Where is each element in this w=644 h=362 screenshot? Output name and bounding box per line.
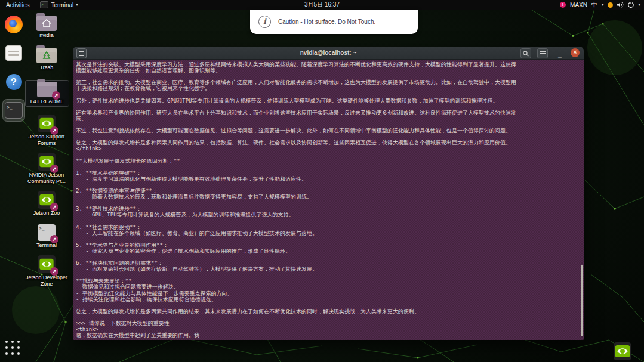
shortcut-arrow-icon: ➚	[50, 165, 58, 173]
firefox-icon	[5, 16, 23, 33]
terminal-window: nvidia@localhost: ~ _ × 其次是算法的突破。大模型采用深度…	[73, 47, 584, 340]
desktop-icon-label: Trash	[40, 64, 54, 71]
dock-item-firefox[interactable]	[2, 13, 25, 36]
dock: ? >_	[1, 13, 26, 122]
desktop-icon-label: NVIDIA Jetson Community Pr...	[25, 172, 68, 185]
info-icon: i	[258, 16, 271, 28]
terminal-scrollbar[interactable]	[580, 60, 583, 340]
system-menu-caret-icon: ▾	[638, 2, 640, 7]
desktop-icon-terminal[interactable]: >_ ➚ Terminal	[25, 224, 68, 249]
power-mode-label: MAXN	[570, 2, 587, 8]
desktop-icon-l4t-readme[interactable]: ➚ L4T README	[25, 80, 69, 107]
window-title: nvidia@localhost: ~	[300, 49, 357, 56]
chevron-down-icon: ▾	[76, 2, 78, 7]
desktop-icon-label: nvidia	[39, 32, 54, 39]
show-applications-button[interactable]	[5, 340, 20, 355]
terminal-app-icon: >_	[40, 1, 48, 8]
power-icon	[628, 2, 634, 8]
desktop-icon-label: Jetson Zoo	[33, 210, 60, 216]
notification-text: Caution - Hot surface. Do Not Touch.	[278, 18, 375, 25]
nvidia-wallpaper-logo	[614, 342, 631, 360]
terminal-output: 其次是算法的突破。大模型采用深度学习方法，通过多层神经网络来模拟人类大脑的某些功…	[76, 61, 580, 338]
clock[interactable]: 3月5日 16:37	[304, 1, 340, 8]
terminal-icon: >_	[5, 102, 23, 119]
shortcut-arrow-icon: ➚	[50, 235, 58, 243]
shortcut-arrow-icon: ➚	[52, 91, 60, 100]
desktop-icon-jetson-zoo[interactable]: ➚ Jetson Zoo	[25, 191, 68, 216]
input-method-indicator[interactable]: 中	[591, 1, 597, 9]
desktop-icon-label: Jetson Developer Zone	[25, 274, 68, 287]
nvidia-logo-icon: ➚	[38, 255, 56, 273]
search-button[interactable]	[520, 48, 531, 58]
nvidia-logo-icon: ➚	[38, 191, 56, 209]
shortcut-arrow-icon: ➚	[50, 203, 58, 211]
desktop-icon-jetson-developer-zone[interactable]: ➚ Jetson Developer Zone	[25, 255, 68, 287]
shortcut-arrow-icon: ➚	[50, 267, 58, 276]
new-window-icon	[79, 51, 84, 56]
terminal-shortcut-icon: >_ ➚	[38, 224, 56, 241]
volume-icon	[617, 2, 624, 8]
terminal-titlebar[interactable]: nvidia@localhost: ~ _ ×	[73, 47, 584, 60]
minimize-button[interactable]: _	[555, 48, 565, 57]
desktop-icon-nvidia-folder[interactable]: nvidia	[25, 16, 68, 39]
app-menu-label: Terminal	[51, 2, 73, 8]
app-menu[interactable]: >_ Terminal ▾	[35, 0, 82, 10]
desktop-icon-label: Jetson Support Forums	[25, 134, 68, 147]
close-button[interactable]: ×	[571, 48, 580, 57]
home-folder-icon	[36, 16, 57, 31]
search-icon	[523, 51, 529, 57]
clock-area: 3月5日 16:37	[0, 1, 644, 9]
dock-item-help[interactable]: ?	[2, 70, 25, 93]
trash-icon	[36, 48, 57, 63]
terminal-body[interactable]: 其次是算法的突破。大模型采用深度学习方法，通过多层神经网络来模拟人类大脑的某些功…	[73, 60, 584, 340]
nvidia-logo-icon: ➚	[38, 115, 56, 132]
desktop-icon-jetson-community[interactable]: ➚ NVIDIA Jetson Community Pr...	[25, 153, 68, 185]
desktop-icon-label: L4T README	[30, 98, 64, 105]
new-tab-button[interactable]	[76, 48, 87, 58]
dock-item-terminal[interactable]: >_	[2, 99, 25, 122]
desktop-icon-trash[interactable]: Trash	[25, 48, 68, 71]
alert-badge-icon: !	[560, 2, 566, 8]
nvidia-logo-icon: ➚	[38, 153, 56, 171]
notification-banner[interactable]: i Caution - Hot surface. Do Not Touch.	[250, 10, 418, 34]
activities-button[interactable]: Activities	[0, 0, 35, 10]
help-icon: ?	[6, 74, 22, 90]
files-icon	[5, 45, 22, 61]
system-status-area[interactable]: ! MAXN 中 ▾ ▾	[560, 0, 644, 10]
desktop-icon-jetson-support-forums[interactable]: ➚ Jetson Support Forums	[25, 115, 68, 147]
hamburger-icon	[540, 51, 546, 55]
shortcut-arrow-icon: ➚	[50, 126, 58, 135]
top-bar: Activities >_ Terminal ▾ 3月5日 16:37 ! MA…	[0, 0, 644, 10]
dock-item-files[interactable]	[2, 42, 25, 64]
scrollbar-thumb[interactable]	[581, 265, 583, 336]
menu-button[interactable]	[537, 48, 548, 58]
readme-folder-icon: ➚	[37, 82, 57, 97]
input-method-caret-icon: ▾	[602, 2, 604, 7]
status-dot-icon	[608, 2, 613, 8]
